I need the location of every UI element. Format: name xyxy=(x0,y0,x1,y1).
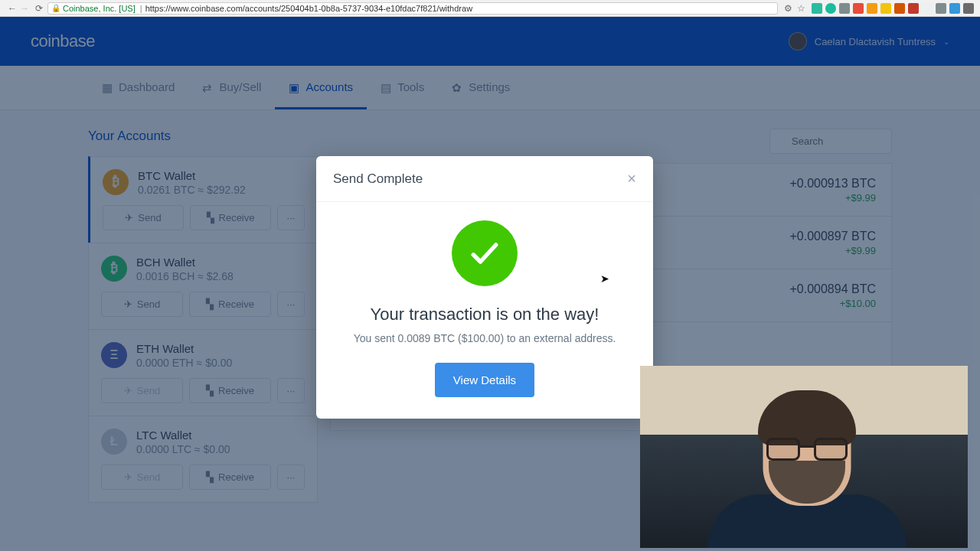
lock-icon: 🔒 xyxy=(51,4,60,12)
forward-icon[interactable]: → xyxy=(18,3,31,14)
cursor-icon: ➤ xyxy=(600,272,609,285)
cert-company: Coinbase, Inc. [US] xyxy=(63,4,136,13)
close-icon[interactable]: × xyxy=(627,170,636,187)
send-complete-modal: Send Complete × Your transaction is on t… xyxy=(316,156,653,419)
reload-icon[interactable]: ⟳ xyxy=(35,3,43,14)
modal-body-text: You sent 0.0089 BTC ($100.00) to an exte… xyxy=(339,332,630,344)
view-details-button[interactable]: View Details xyxy=(435,363,534,397)
checkmark-icon xyxy=(452,220,518,286)
translate-icon[interactable]: ⚙ xyxy=(784,3,792,14)
browser-chrome: ← → ⟳ 🔒 Coinbase, Inc. [US] | https://ww… xyxy=(0,0,980,17)
star-icon[interactable]: ☆ xyxy=(797,3,805,14)
back-icon[interactable]: ← xyxy=(6,3,18,14)
url-bar[interactable]: 🔒 Coinbase, Inc. [US] | https://www.coin… xyxy=(47,2,778,15)
url-text: https://www.coinbase.com/accounts/250404… xyxy=(145,4,472,13)
modal-title: Send Complete xyxy=(333,171,423,187)
modal-heading: Your transaction is on the way! xyxy=(339,305,630,324)
webcam-overlay xyxy=(640,366,968,548)
extension-icons xyxy=(812,3,974,14)
